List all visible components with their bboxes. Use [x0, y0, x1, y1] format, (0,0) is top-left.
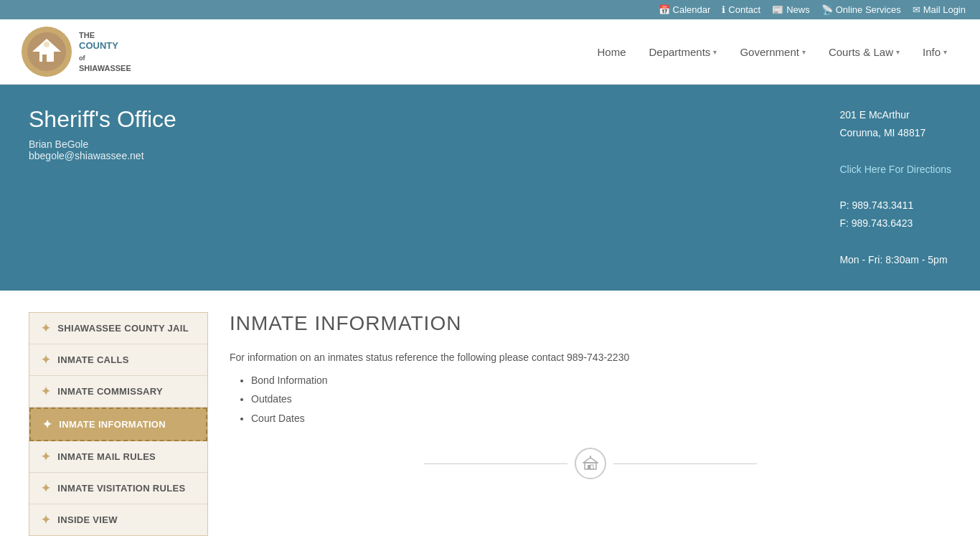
- hero-right: 201 E McArthur Corunna, MI 48817 Click H…: [839, 106, 951, 269]
- hero-left: Sheriff's Office Brian BeGole bbegole@sh…: [29, 106, 176, 161]
- directions-link[interactable]: Click Here For Directions: [839, 164, 951, 175]
- sidebar-label-inmate-commissary: INMATE COMMISSARY: [57, 386, 163, 397]
- fax-number: F: 989.743.6423: [839, 215, 951, 232]
- svg-point-4: [44, 42, 50, 47]
- logo-svg: [25, 30, 68, 73]
- address-line1: 201 E McArthur: [839, 106, 951, 124]
- sidebar-label-inside-view: INSIDE VIEW: [57, 514, 117, 525]
- nav-home[interactable]: Home: [585, 40, 637, 64]
- nav-departments[interactable]: Departments ▾: [638, 40, 729, 64]
- star-icon: ✦: [41, 481, 50, 495]
- nav-courts-law[interactable]: Courts & Law ▾: [817, 40, 911, 64]
- calendar-link[interactable]: 📅 Calendar: [659, 4, 711, 15]
- phone-number: P: 989.743.3411: [839, 197, 951, 215]
- info-list: Bond Information Outdates Court Dates: [251, 372, 951, 426]
- building-svg: [583, 456, 598, 471]
- nav-info-label: Info: [923, 46, 941, 58]
- logo-county: COUNTY: [79, 40, 118, 51]
- list-item: Court Dates: [251, 410, 951, 426]
- online-services-icon: 📡: [821, 4, 833, 15]
- online-services-label: Online Services: [836, 4, 901, 15]
- logo-text: THE COUNTY of SHIAWASSEE: [79, 30, 131, 73]
- page-title: INMATE INFORMATION: [230, 312, 951, 335]
- online-services-link[interactable]: 📡 Online Services: [821, 4, 901, 15]
- courthouse-icon: [575, 448, 606, 479]
- contact-icon: ℹ: [722, 4, 725, 15]
- star-icon: ✦: [41, 385, 50, 398]
- contact-link[interactable]: ℹ Contact: [722, 4, 760, 15]
- news-label: News: [786, 4, 810, 15]
- person-email: bbegole@shiawassee.net: [29, 150, 176, 161]
- office-title: Sheriff's Office: [29, 106, 176, 133]
- calendar-icon: 📅: [659, 4, 670, 15]
- sidebar-item-inmate-information[interactable]: ✦ INMATE INFORMATION: [29, 408, 207, 441]
- mail-login-link[interactable]: ✉ Mail Login: [913, 4, 966, 15]
- office-hours: Mon - Fri: 8:30am - 5pm: [839, 251, 951, 269]
- star-icon: ✦: [41, 321, 50, 335]
- sidebar-item-inmate-commissary[interactable]: ✦ INMATE COMMISSARY: [29, 376, 207, 408]
- logo-name: SHIAWASSEE: [79, 64, 131, 72]
- star-icon: ✦: [41, 353, 50, 367]
- svg-marker-6: [583, 458, 598, 463]
- page-body: For information on an inmates status ref…: [230, 349, 951, 427]
- star-icon: ✦: [42, 418, 52, 431]
- page-intro: For information on an inmates status ref…: [230, 349, 951, 365]
- news-link[interactable]: 📰 News: [772, 4, 810, 15]
- nav-departments-label: Departments: [649, 46, 711, 58]
- sidebar-label-inmate-information: INMATE INFORMATION: [59, 419, 166, 430]
- mail-login-label: Mail Login: [923, 4, 966, 15]
- header: THE COUNTY of SHIAWASSEE Home Department…: [0, 19, 980, 85]
- address-line2: Corunna, MI 48817: [839, 124, 951, 142]
- list-item: Bond Information: [251, 372, 951, 388]
- main-content: ✦ SHIAWASSEE COUNTY JAIL ✦ INMATE CALLS …: [0, 291, 980, 551]
- sidebar-item-inmate-mail-rules[interactable]: ✦ INMATE MAIL RULES: [29, 441, 207, 473]
- person-name: Brian BeGole: [29, 138, 176, 150]
- hero-section: Sheriff's Office Brian BeGole bbegole@sh…: [0, 85, 980, 291]
- sidebar-item-inside-view[interactable]: ✦ INSIDE VIEW: [29, 504, 207, 535]
- nav-home-label: Home: [597, 46, 626, 58]
- nav-courts-label: Courts & Law: [829, 46, 893, 58]
- nav-info[interactable]: Info ▾: [911, 40, 958, 64]
- page-content: INMATE INFORMATION For information on an…: [230, 312, 951, 536]
- logo-circle: [22, 27, 72, 77]
- nav-government[interactable]: Government ▾: [728, 40, 817, 64]
- sidebar-item-inmate-visitation-rules[interactable]: ✦ INMATE VISITATION RULES: [29, 473, 207, 504]
- chevron-down-icon: ▾: [713, 48, 717, 56]
- divider-line-left: [424, 463, 567, 464]
- chevron-down-icon: ▾: [802, 48, 806, 56]
- sidebar-label-county-jail: SHIAWASSEE COUNTY JAIL: [57, 323, 189, 334]
- calendar-label: Calendar: [673, 4, 711, 15]
- svg-point-10: [590, 456, 591, 457]
- logo-of: of: [79, 55, 85, 62]
- list-item: Outdates: [251, 391, 951, 407]
- sidebar-label-inmate-visitation-rules: INMATE VISITATION RULES: [57, 483, 185, 494]
- star-icon: ✦: [41, 513, 50, 527]
- mail-login-icon: ✉: [913, 4, 920, 15]
- divider-section: [230, 448, 951, 479]
- sidebar: ✦ SHIAWASSEE COUNTY JAIL ✦ INMATE CALLS …: [29, 312, 208, 536]
- sidebar-label-inmate-mail-rules: INMATE MAIL RULES: [57, 451, 156, 462]
- svg-rect-7: [588, 465, 590, 469]
- news-icon: 📰: [772, 4, 783, 15]
- chevron-down-icon: ▾: [943, 48, 947, 56]
- main-nav: Home Departments ▾ Government ▾ Courts &…: [160, 40, 958, 64]
- divider-line-right: [613, 463, 757, 464]
- logo-area: THE COUNTY of SHIAWASSEE: [22, 27, 131, 77]
- sidebar-item-county-jail[interactable]: ✦ SHIAWASSEE COUNTY JAIL: [29, 313, 207, 344]
- chevron-down-icon: ▾: [896, 48, 900, 56]
- nav-government-label: Government: [740, 46, 799, 58]
- svg-rect-8: [590, 465, 593, 469]
- sidebar-item-inmate-calls[interactable]: ✦ INMATE CALLS: [29, 344, 207, 376]
- star-icon: ✦: [41, 450, 50, 463]
- svg-rect-3: [42, 55, 47, 62]
- top-bar: 📅 Calendar ℹ Contact 📰 News 📡 Online Ser…: [0, 0, 980, 19]
- contact-label: Contact: [728, 4, 760, 15]
- sidebar-label-inmate-calls: INMATE CALLS: [57, 354, 128, 365]
